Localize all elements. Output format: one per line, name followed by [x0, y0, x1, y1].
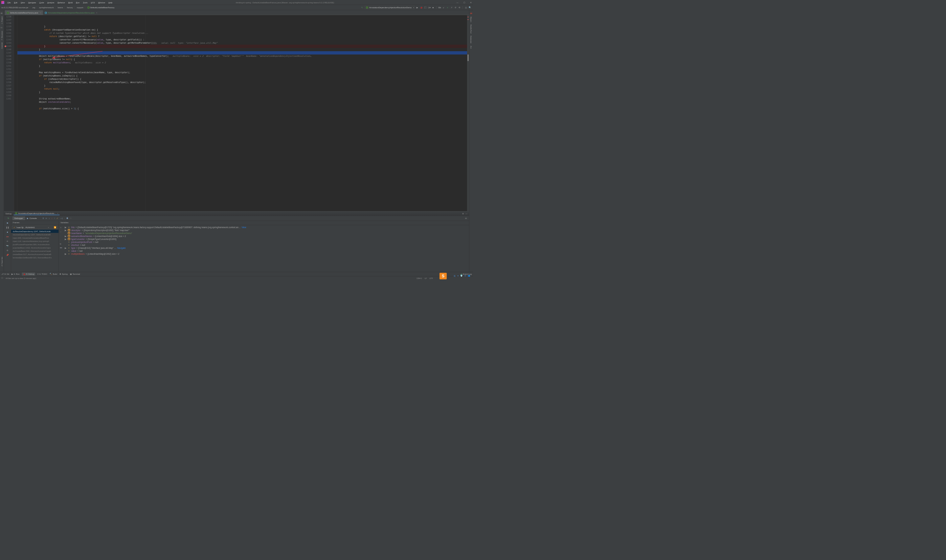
code-line[interactable]: } — [18, 91, 469, 94]
breadcrumb-item[interactable]: org — [32, 6, 35, 9]
thread-select[interactable]: ✓ "main"@…RUNNING ▾ ↑ ↓ 🔽 — [12, 226, 58, 229]
variable-row[interactable]: pbeanName = "annotationDependencyInjecti… — [65, 232, 467, 235]
bottom-tool-spring[interactable]: ❃Spring — [59, 273, 68, 275]
search-icon[interactable]: 🔍 — [468, 6, 472, 9]
tool-database[interactable]: Database — [470, 36, 472, 44]
pin-icon[interactable]: 📌 — [6, 254, 9, 256]
stack-frame[interactable]: createBean:517, AbstractAutowireCapableB — [11, 253, 59, 256]
bottom-tool-build[interactable]: 🔨Build — [49, 273, 57, 275]
variable-row[interactable]: ▶pdescriptor = {DependencyDescriptor@189… — [65, 229, 467, 232]
tray-icon[interactable]: ⊞ — [464, 275, 466, 278]
code-line[interactable]: if (multipleBeans != null) { — [18, 58, 469, 61]
tool-favorites[interactable]: 2: Favorites — [1, 257, 3, 266]
hide-icon[interactable]: — — [465, 212, 467, 215]
tray-icon[interactable]: 👥 — [468, 275, 470, 278]
code-line[interactable] — [18, 104, 469, 107]
code-line[interactable] — [18, 51, 469, 54]
menu-navigate[interactable]: Navigate — [27, 1, 37, 4]
resume-icon[interactable]: ▶ — [7, 222, 9, 224]
stack-frame[interactable]: inject:116, InjectionMetadata (org.sprin… — [11, 240, 59, 243]
structure-icon[interactable]: ⊟ — [1, 26, 3, 29]
profile-icon[interactable]: ◷▾ — [428, 6, 431, 9]
tray-icon[interactable]: ● — [457, 275, 459, 278]
code-line[interactable] — [18, 68, 469, 71]
project-icon[interactable]: ▤ — [1, 12, 3, 14]
run-config-select[interactable]: C AnnotationDependencyInjectionResolutio… — [365, 6, 415, 9]
evaluate-icon[interactable]: 🖩 — [66, 217, 68, 219]
editor-tab[interactable]: CAnnotationDependencyInjectionResolution… — [43, 11, 99, 15]
git-history-icon[interactable]: ↺ — [454, 6, 457, 9]
tool-restful[interactable]: RestfulTool — [470, 25, 472, 34]
code-line[interactable]: Object instanceCandidate; — [18, 100, 469, 104]
tool-project[interactable]: 1: Project — [1, 16, 3, 24]
search-everywhere-icon[interactable]: ◫ — [464, 6, 468, 9]
step-over-icon[interactable]: ⤼ — [45, 217, 47, 219]
settings-icon[interactable]: ⚙ — [462, 212, 464, 215]
layout-icon[interactable]: ⊞ — [465, 217, 467, 219]
breadcrumb-item[interactable]: support — [77, 6, 83, 9]
close-icon[interactable]: × — [40, 11, 41, 14]
stack-frame[interactable]: doResolveDependency:1247, DefaultListab — [11, 230, 59, 233]
variable-row[interactable]: ▶pautowiredBeanNames = {LinkedHashSet@18… — [65, 235, 467, 238]
menu-refactor[interactable]: Refactor — [57, 1, 66, 4]
git-update-icon[interactable]: ↙ — [442, 6, 445, 9]
code-line[interactable]: } — [18, 25, 469, 28]
up-icon[interactable]: ↑ — [60, 235, 62, 237]
menu-help[interactable]: Help — [108, 1, 113, 4]
breadcrumb[interactable]: ns-5.2.2.RELEASE-sources.jar〉org〉springf… — [1, 6, 114, 9]
editor-tab[interactable]: CDefaultListableBeanFactory.java× — [5, 11, 43, 15]
code-line[interactable]: } — [18, 84, 469, 87]
code-line[interactable]: if (matchingBeans.isEmpty()) { — [18, 74, 469, 77]
stack-frame[interactable]: doCreateBean:594, AbstractAutowireCapab — [11, 249, 59, 253]
stack-frame[interactable]: inject:640, AutowiredAnnotationBeanPost — [11, 236, 59, 240]
menu-edit[interactable]: Edit — [13, 1, 18, 4]
stack-frame[interactable]: resolveDependency:1207, DefaultListableB — [11, 233, 59, 236]
menu-tools[interactable]: Tools — [82, 1, 88, 4]
line-ending[interactable]: LF — [425, 277, 427, 279]
menu-vcs[interactable]: VCS — [90, 1, 96, 4]
close-icon[interactable]: × — [57, 212, 59, 214]
variable-row[interactable]: ≡shortcut = null — [65, 243, 467, 246]
breakpoints-icon[interactable]: ●● — [6, 236, 9, 238]
code-line[interactable] — [18, 94, 469, 97]
debugger-tab[interactable]: Debugger — [12, 216, 25, 220]
menu-build[interactable]: Build — [67, 1, 74, 4]
debug-session-tab[interactable]: C AnnotationDependencyInjectionResolutio… — [14, 212, 59, 215]
git-push-icon[interactable]: ↗ — [450, 6, 453, 9]
run-icon[interactable]: ▶ — [416, 6, 419, 9]
remove-watch-icon[interactable]: － — [60, 231, 62, 233]
menu-code[interactable]: Code — [39, 1, 45, 4]
code-editor[interactable]: 1236123712381239124012411242124312441245… — [4, 15, 469, 211]
tool-ant[interactable]: Ant — [470, 46, 472, 48]
bottom-tool-run[interactable]: ▶4: Run — [11, 273, 20, 275]
breadcrumb-item[interactable]: factory — [67, 6, 73, 9]
code-line[interactable]: // A custom TypeConverter which does not… — [18, 32, 469, 35]
bottom-tool-git[interactable]: ⎇9: Git — [1, 273, 9, 275]
variable-row[interactable]: ▶ptypeConverter = {SimpleTypeConverter@1… — [65, 238, 467, 241]
step-into-icon[interactable]: ↓ — [49, 217, 49, 219]
copy-icon[interactable]: ⧉ — [60, 243, 62, 245]
glasses-icon[interactable]: 👓 — [60, 247, 62, 249]
menu-file[interactable]: File — [6, 1, 12, 4]
code-line[interactable]: return (descriptor.getField() != null ? — [18, 35, 469, 38]
menu-run[interactable]: Run — [75, 1, 80, 4]
bottom-tool-terminal[interactable]: ▣Terminal — [70, 273, 80, 275]
coverage-icon[interactable]: ⛶ — [424, 6, 427, 9]
maximize-icon[interactable]: ☐ — [464, 1, 465, 4]
mute-bp-icon[interactable]: ⊘ — [6, 240, 8, 243]
variable-row[interactable]: ▶≡this = {DefaultListableBeanFactory@172… — [65, 226, 467, 229]
stack-frame[interactable]: lambda$doGetBean$0:323, AbstractBeanFa — [11, 256, 59, 259]
code-line[interactable]: } — [18, 48, 469, 51]
ime-indicator[interactable]: S — [439, 273, 447, 279]
pause-icon[interactable]: ❚❚ — [6, 226, 9, 229]
code-line[interactable]: String autowiredBeanName; — [18, 97, 469, 100]
tool-maven[interactable]: Maven — [470, 17, 472, 22]
close-icon[interactable]: ✕ — [470, 1, 472, 4]
drop-frame-icon[interactable]: ⤢ — [57, 217, 58, 219]
variable-row[interactable]: ≡previousInjectionPoint = null — [65, 241, 467, 243]
code-line[interactable]: return null; — [18, 87, 469, 91]
code-line[interactable]: catch (UnsupportedOperationException ex)… — [18, 28, 469, 32]
menu-analyze[interactable]: Analyze — [46, 1, 55, 4]
show-execution-icon[interactable]: ≡ — [43, 217, 44, 219]
tool-structure[interactable]: 7: Structure — [1, 31, 3, 40]
